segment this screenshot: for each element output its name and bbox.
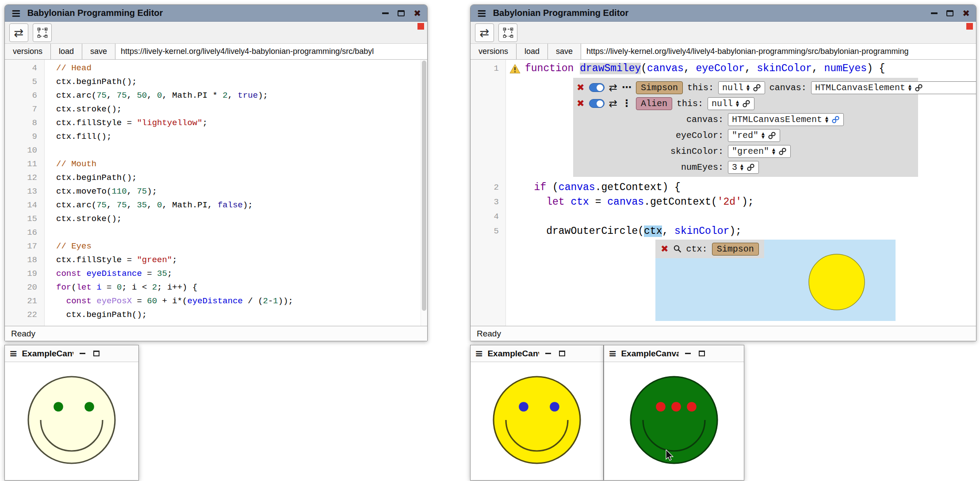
link-icon[interactable] bbox=[742, 99, 750, 108]
maximize-button[interactable] bbox=[699, 351, 705, 356]
value-field[interactable]: null▲▼ bbox=[708, 97, 754, 110]
menu-icon[interactable]: ≡ bbox=[9, 349, 17, 359]
line-number: 22 bbox=[5, 308, 45, 322]
value-field[interactable]: "green"▲▼ bbox=[728, 145, 791, 158]
menu-icon[interactable]: ≡ bbox=[477, 7, 487, 19]
save-button[interactable]: save bbox=[548, 44, 581, 59]
titlebar[interactable]: ≡ Babylonian Programming Editor ✖ bbox=[471, 5, 976, 22]
transform-tool-button[interactable] bbox=[498, 23, 517, 42]
code-line[interactable]: 11// Mouth bbox=[5, 157, 427, 171]
code-line[interactable]: 4 bbox=[471, 210, 976, 224]
maximize-button[interactable] bbox=[398, 10, 405, 16]
close-button[interactable]: ✖ bbox=[962, 9, 970, 18]
value-field[interactable]: null▲▼ bbox=[718, 81, 765, 94]
code-line[interactable]: 18ctx.fillStyle = "green"; bbox=[5, 253, 427, 267]
vertical-scrollbar[interactable] bbox=[421, 60, 427, 326]
magnifier-icon[interactable] bbox=[673, 244, 682, 253]
url-field[interactable]: https://lively-kernel.org/lively4/lively… bbox=[115, 44, 427, 59]
load-button[interactable]: load bbox=[517, 44, 548, 59]
code-line[interactable]: 3 let ctx = canvas.getContext('2d'); bbox=[471, 195, 976, 210]
menu-icon[interactable]: ≡ bbox=[11, 7, 21, 19]
load-button[interactable]: load bbox=[51, 44, 82, 59]
code-line[interactable]: 5 drawOuterCircle(ctx, skinColor); bbox=[471, 224, 976, 239]
probe-widget: ✖ctx:Simpson bbox=[655, 240, 896, 321]
minimize-button[interactable] bbox=[931, 12, 938, 14]
value-field[interactable]: HTMLCanvasElement▲▼ bbox=[728, 113, 844, 126]
transform-tool-button[interactable] bbox=[33, 23, 52, 42]
code-line[interactable]: 14ctx.arc(75, 75, 35, 0, Math.PI, false)… bbox=[5, 199, 427, 212]
maximize-button[interactable] bbox=[93, 351, 100, 356]
minimize-button[interactable] bbox=[685, 353, 691, 354]
example-more-icon[interactable]: ⋮ bbox=[622, 99, 632, 108]
code-line[interactable]: 20for(let i = 0; i < 2; i++) { bbox=[5, 281, 427, 294]
link-icon[interactable] bbox=[915, 84, 923, 92]
code-line[interactable]: 12ctx.beginPath(); bbox=[5, 171, 427, 185]
code-line[interactable]: 19const eyeDistance = 35; bbox=[5, 267, 427, 281]
titlebar[interactable]: ≡ ExampleCanvas bbox=[604, 345, 744, 362]
link-icon[interactable] bbox=[831, 115, 840, 124]
save-button[interactable]: save bbox=[82, 44, 115, 59]
smiley-face bbox=[471, 363, 602, 479]
probe-example-chip[interactable]: Simpson bbox=[712, 243, 759, 256]
versions-button[interactable]: versions bbox=[5, 44, 51, 59]
minimize-button[interactable] bbox=[80, 353, 85, 354]
example-name-chip[interactable]: Alien bbox=[636, 97, 672, 110]
scrollbar-thumb[interactable] bbox=[422, 61, 426, 311]
minimize-button[interactable] bbox=[545, 353, 551, 354]
maximize-button[interactable] bbox=[559, 351, 565, 356]
example-swap-icon[interactable]: ⇄ bbox=[609, 99, 617, 109]
titlebar[interactable]: ≡ ExampleCanvas bbox=[471, 345, 603, 362]
probe-delete-button[interactable]: ✖ bbox=[661, 244, 669, 254]
titlebar[interactable]: ≡ Babylonian Programming Editor ✖ bbox=[5, 5, 427, 22]
code-line[interactable]: 16 bbox=[5, 226, 427, 240]
spinner-icon[interactable]: ▲▼ bbox=[740, 164, 743, 171]
close-button[interactable]: ✖ bbox=[413, 9, 421, 18]
code-line[interactable]: 10 bbox=[5, 144, 427, 157]
link-icon[interactable] bbox=[778, 147, 787, 156]
versions-button[interactable]: versions bbox=[471, 44, 517, 59]
example-swap-icon[interactable]: ⇄ bbox=[609, 83, 617, 93]
code-line[interactable]: 15ctx.stroke(); bbox=[5, 212, 427, 226]
code-line[interactable]: 6ctx.arc(75, 75, 50, 0, Math.PI * 2, tru… bbox=[5, 89, 427, 103]
code-editor[interactable]: 4// Head5ctx.beginPath();6ctx.arc(75, 75… bbox=[5, 60, 427, 326]
value-field[interactable]: HTMLCanvasElement▲▼ bbox=[811, 81, 976, 94]
code-line[interactable]: 21 const eyePosX = 60 + i*(eyeDistance /… bbox=[5, 294, 427, 308]
menu-icon[interactable]: ≡ bbox=[475, 349, 483, 359]
example-name-chip[interactable]: Simpson bbox=[636, 81, 683, 94]
code-line[interactable]: 8ctx.fillStyle = "lightyellow"; bbox=[5, 116, 427, 130]
link-icon[interactable] bbox=[753, 84, 761, 92]
delete-example-button[interactable]: ✖ bbox=[577, 99, 585, 108]
code-editor[interactable]: 1function drawSmiley(canvas, eyeColor, s… bbox=[471, 60, 976, 326]
link-icon[interactable] bbox=[746, 163, 755, 172]
code-line[interactable]: 17// Eyes bbox=[5, 240, 427, 253]
code-line[interactable]: 22 ctx.beginPath(); bbox=[5, 308, 427, 322]
example-enabled-toggle[interactable] bbox=[589, 99, 605, 108]
code-line[interactable]: 7ctx.stroke(); bbox=[5, 103, 427, 116]
maximize-button[interactable] bbox=[946, 10, 953, 16]
spinner-icon[interactable]: ▲▼ bbox=[825, 116, 828, 123]
minimize-button[interactable] bbox=[382, 12, 389, 14]
code-line[interactable]: 5ctx.beginPath(); bbox=[5, 75, 427, 89]
spinner-icon[interactable]: ▲▼ bbox=[908, 84, 911, 91]
code-line[interactable]: 9ctx.fill(); bbox=[5, 130, 427, 144]
delete-example-button[interactable]: ✖ bbox=[577, 83, 585, 92]
link-icon[interactable] bbox=[768, 131, 776, 140]
code-line[interactable]: 13ctx.moveTo(110, 75); bbox=[5, 185, 427, 199]
spinner-icon[interactable]: ▲▼ bbox=[772, 148, 775, 155]
value-field[interactable]: "red"▲▼ bbox=[728, 129, 780, 142]
example-more-icon[interactable]: ⋯ bbox=[622, 83, 632, 92]
code-line[interactable]: 1function drawSmiley(canvas, eyeColor, s… bbox=[471, 61, 976, 76]
example-enabled-toggle[interactable] bbox=[589, 83, 605, 92]
value-field[interactable]: 3▲▼ bbox=[728, 161, 759, 174]
spinner-icon[interactable]: ▲▼ bbox=[746, 84, 750, 91]
spinner-icon[interactable]: ▲▼ bbox=[762, 132, 765, 139]
menu-icon[interactable]: ≡ bbox=[609, 349, 616, 359]
url-field[interactable]: https://lively-kernel.org/lively4/lively… bbox=[581, 44, 976, 59]
titlebar[interactable]: ≡ ExampleCanvas bbox=[5, 345, 138, 362]
code-line[interactable]: 4// Head bbox=[5, 61, 427, 75]
swap-tool-button[interactable]: ⇄ bbox=[475, 23, 494, 42]
line-number: 1 bbox=[471, 61, 506, 76]
code-line[interactable]: 2 if (canvas.getContext) { bbox=[471, 180, 976, 195]
swap-tool-button[interactable]: ⇄ bbox=[9, 23, 28, 42]
spinner-icon[interactable]: ▲▼ bbox=[736, 100, 739, 107]
